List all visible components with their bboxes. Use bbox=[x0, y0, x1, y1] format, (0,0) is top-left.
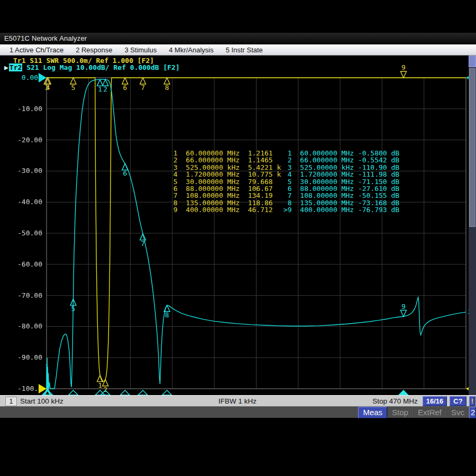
scrollbar-button[interactable] bbox=[469, 56, 476, 67]
instrument-status-row: MeasStopExtRefSvc2 bbox=[0, 406, 476, 418]
marker-6-label: 6 bbox=[123, 84, 127, 91]
instr-status-stop: Stop bbox=[387, 407, 413, 418]
marker-8-label: 8 bbox=[165, 311, 169, 319]
marker-6-stimulus-indicator bbox=[120, 390, 130, 395]
stop-frequency: Stop 470 MHz bbox=[372, 397, 418, 405]
marker-6-label: 6 bbox=[123, 169, 127, 177]
correction-badge: C? bbox=[450, 396, 466, 406]
plot-area: 11223455667788992 bbox=[0, 56, 476, 396]
status-bar: 1 Start 100 kHz IFBW 1 kHz Stop 470 MHz … bbox=[0, 395, 476, 406]
marker-9-label: 9 bbox=[401, 63, 406, 71]
menu-bar: 1 Active Ch/Trace2 Response3 Stimulus4 M… bbox=[0, 44, 476, 56]
menu-item-2-response[interactable]: 2 Response bbox=[76, 46, 112, 54]
marker-7-stimulus-indicator bbox=[138, 390, 148, 395]
start-frequency: Start 100 kHz bbox=[20, 397, 63, 405]
marker-9-label: 9 bbox=[401, 303, 406, 310]
marker-1-label: 1 bbox=[98, 381, 102, 389]
marker-5-label: 5 bbox=[71, 84, 76, 91]
marker-8-stimulus-indicator bbox=[162, 390, 172, 395]
marker-9-tr1 bbox=[400, 71, 406, 78]
menu-item-5-instr-state[interactable]: 5 Instr State bbox=[226, 46, 263, 54]
instr-status-2: 2 bbox=[469, 407, 476, 418]
tr2-marker-table: 1 60.000000 MHz -0.5800 dB 2 66.000000 M… bbox=[283, 150, 399, 214]
scrollbar[interactable] bbox=[469, 56, 476, 395]
analyzer-window: E5071C Network Analyzer 1 Active Ch/Trac… bbox=[0, 33, 476, 418]
alert-badge: ! bbox=[469, 396, 475, 406]
scrollbar-thumb[interactable] bbox=[469, 68, 475, 227]
instr-status-extref: ExtRef bbox=[413, 407, 446, 418]
points-badge: 16/16 bbox=[423, 396, 447, 406]
menu-item-3-stimulus[interactable]: 3 Stimulus bbox=[125, 46, 157, 54]
menu-item-4-mkr-analysis[interactable]: 4 Mkr/Analysis bbox=[169, 46, 214, 54]
marker-2-label: 2 bbox=[103, 85, 107, 93]
channel-number: 1 bbox=[5, 397, 17, 406]
instrument-display: Tr1 S11 SWR 500.0m/ Ref 1.000 [F2] ▶Tr2 … bbox=[0, 56, 469, 395]
title-bar: E5071C Network Analyzer bbox=[0, 33, 476, 45]
ifbw-readout: IFBW 1 kHz bbox=[218, 397, 257, 405]
window-title: E5071C Network Analyzer bbox=[4, 34, 87, 42]
marker-1-label: 1 bbox=[98, 85, 102, 93]
instr-status-meas: Meas bbox=[358, 407, 387, 418]
marker-7-label: 7 bbox=[141, 240, 145, 248]
marker-7-label: 7 bbox=[141, 84, 145, 91]
marker-5-label: 5 bbox=[71, 305, 76, 313]
tr1-marker-table: 1 60.000000 MHz 1.2161 2 66.000000 MHz 1… bbox=[169, 150, 281, 214]
menu-item-1-active-ch-trace[interactable]: 1 Active Ch/Trace bbox=[10, 46, 63, 54]
screen: E5071C Network Analyzer 1 Active Ch/Trac… bbox=[0, 0, 476, 476]
marker-4-label: 4 bbox=[46, 84, 50, 91]
marker-9-stimulus-indicator bbox=[399, 390, 408, 395]
instr-status-svc: Svc bbox=[446, 407, 469, 418]
marker-5-stimulus-indicator bbox=[68, 390, 78, 395]
marker-8-label: 8 bbox=[165, 84, 169, 91]
